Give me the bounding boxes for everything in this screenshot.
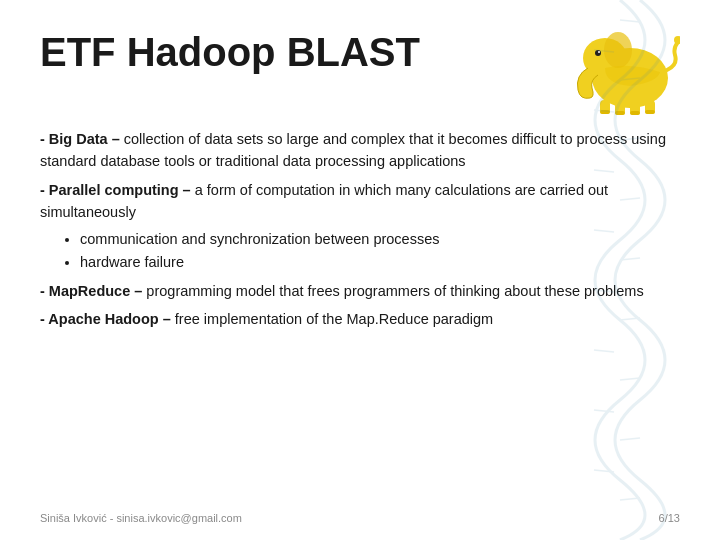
- hadoop-description: free implementation of the Map.Reduce pa…: [171, 311, 493, 327]
- svg-line-15: [594, 470, 614, 472]
- footer-page-number: 6/13: [659, 512, 680, 524]
- svg-line-11: [594, 350, 614, 352]
- apache-hadoop-text: - Apache Hadoop – free implementation of…: [40, 308, 680, 330]
- slide: ETF Hadoop BLAST: [0, 0, 720, 540]
- svg-point-21: [598, 51, 600, 53]
- footer-author: Siniša Ivković - sinisa.ivkovic@gmail.co…: [40, 512, 242, 524]
- mapreduce-text: - MapReduce – programming model that fre…: [40, 280, 680, 302]
- hadoop-label: - Apache Hadoop –: [40, 311, 171, 327]
- mapreduce-block: - MapReduce – programming model that fre…: [40, 280, 680, 302]
- svg-line-12: [620, 378, 640, 380]
- apache-hadoop-block: - Apache Hadoop – free implementation of…: [40, 308, 680, 330]
- list-item: hardware failure: [80, 251, 680, 273]
- svg-line-16: [620, 498, 640, 500]
- svg-line-14: [620, 438, 640, 440]
- parallel-computing-text: - Parallel computing – a form of computa…: [40, 179, 680, 224]
- svg-rect-26: [600, 110, 610, 114]
- slide-content: - Big Data – collection of data sets so …: [40, 128, 680, 331]
- big-data-block: - Big Data – collection of data sets so …: [40, 128, 680, 173]
- mapreduce-description: programming model that frees programmers…: [142, 283, 643, 299]
- slide-title: ETF Hadoop BLAST: [40, 30, 420, 74]
- svg-point-19: [604, 32, 632, 68]
- svg-rect-27: [615, 111, 625, 115]
- big-data-label: - Big Data –: [40, 131, 120, 147]
- parallel-bullet-list: communication and synchronization betwee…: [80, 228, 680, 274]
- svg-line-13: [594, 410, 614, 412]
- parallel-label: - Parallel computing –: [40, 182, 191, 198]
- svg-rect-29: [645, 110, 655, 114]
- hadoop-elephant-logo: [570, 20, 680, 110]
- svg-point-30: [674, 36, 680, 44]
- slide-header: ETF Hadoop BLAST: [40, 30, 680, 110]
- svg-point-20: [595, 50, 601, 56]
- mapreduce-label: - MapReduce –: [40, 283, 142, 299]
- svg-rect-28: [630, 111, 640, 115]
- big-data-description: collection of data sets so large and com…: [40, 131, 666, 169]
- parallel-computing-block: - Parallel computing – a form of computa…: [40, 179, 680, 274]
- slide-footer: Siniša Ivković - sinisa.ivkovic@gmail.co…: [0, 512, 720, 524]
- big-data-text: - Big Data – collection of data sets so …: [40, 128, 680, 173]
- list-item: communication and synchronization betwee…: [80, 228, 680, 250]
